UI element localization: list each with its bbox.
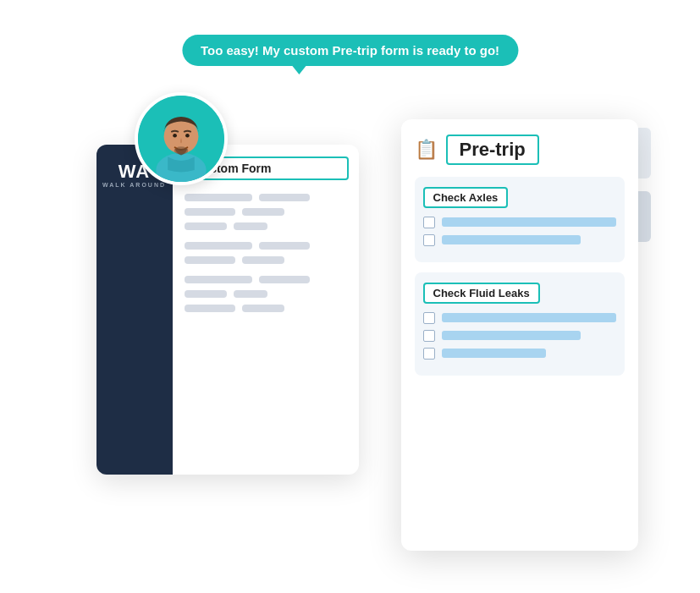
form-row [185, 242, 349, 250]
gray-bar [185, 222, 227, 230]
checkbox-2[interactable] [423, 234, 435, 246]
checkbox-5[interactable] [423, 348, 435, 360]
gray-bar [185, 290, 227, 298]
checkbox-4[interactable] [423, 330, 435, 342]
gray-bar [185, 208, 235, 216]
form-row-group-3 [185, 276, 349, 312]
form-row [185, 194, 349, 201]
form-row-group-2 [185, 242, 349, 264]
custom-form-card: WA WALK AROUND Custom Form [96, 145, 359, 475]
clipboard-icon: 📋 [415, 139, 438, 161]
gray-bar [234, 290, 267, 298]
sidebar: WA WALK AROUND [96, 145, 173, 475]
check-row-2 [423, 234, 616, 246]
form-row [185, 276, 349, 283]
check-bar-5 [442, 349, 547, 358]
check-fluid-leaks-title: Check Fluid Leaks [423, 283, 540, 304]
check-bar-2 [442, 235, 581, 244]
pretrip-header: 📋 Pre-trip [415, 135, 625, 165]
check-row-5 [423, 348, 616, 360]
avatar [135, 92, 228, 185]
gray-bar [185, 305, 235, 312]
gray-bar [259, 276, 310, 283]
gray-bar [185, 256, 235, 264]
pretrip-title: Pre-trip [446, 135, 539, 165]
form-row-group-1 [185, 194, 349, 230]
check-axles-title: Check Axles [423, 187, 509, 208]
form-row [185, 222, 349, 230]
svg-point-5 [174, 146, 188, 154]
gray-bar [259, 242, 310, 250]
checkbox-3[interactable] [423, 312, 435, 324]
form-row [185, 208, 349, 216]
form-row [185, 305, 349, 312]
gray-bar [242, 208, 284, 216]
check-axles-section: Check Axles [415, 177, 625, 262]
form-row [185, 256, 349, 264]
gray-bar [185, 276, 252, 283]
gray-bar [242, 256, 284, 264]
check-bar-4 [442, 331, 581, 340]
gray-bar [259, 194, 310, 201]
svg-point-4 [185, 133, 190, 137]
pretrip-form-card: 📋 Pre-trip Check Axles Check Fluid Leaks [401, 119, 638, 551]
check-bar-1 [442, 217, 616, 227]
svg-point-3 [173, 133, 177, 137]
gray-bar [242, 305, 284, 312]
form-row [185, 290, 349, 298]
speech-bubble: Too easy! My custom Pre-trip form is rea… [182, 35, 518, 66]
gray-bar [234, 222, 267, 230]
checkbox-1[interactable] [423, 217, 435, 228]
check-bar-3 [442, 313, 616, 322]
check-row-1 [423, 217, 616, 228]
check-row-4 [423, 330, 616, 342]
form-content: Custom Form [173, 145, 359, 475]
check-row-3 [423, 312, 616, 324]
gray-bar [185, 194, 252, 201]
gray-bar [185, 242, 252, 250]
check-fluid-leaks-section: Check Fluid Leaks [415, 272, 625, 376]
